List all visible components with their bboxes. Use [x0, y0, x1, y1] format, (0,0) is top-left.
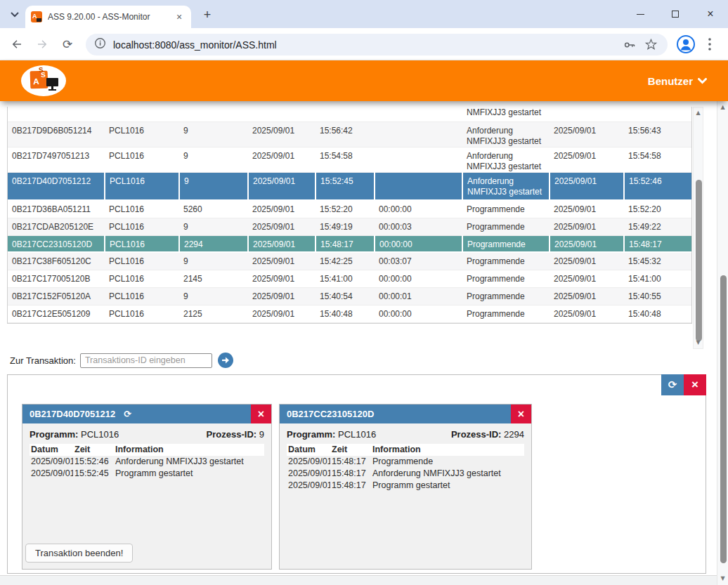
info-cell: Programmende	[462, 287, 550, 305]
event-cell: Programm gestartet	[371, 480, 524, 492]
close-all-button[interactable]: ×	[684, 374, 706, 395]
ass-favicon-icon: A	[31, 11, 42, 22]
logo-letter: S	[41, 71, 46, 79]
process-id-cell: 9	[179, 172, 248, 200]
close-window-button[interactable]: ×	[693, 0, 728, 28]
transaction-id-cell: 0B217C38F605120C	[8, 252, 105, 270]
program-cell: PCL1016	[105, 218, 179, 235]
card-close-button[interactable]: ×	[511, 405, 531, 423]
table-scrollbar-thumb[interactable]	[696, 180, 702, 341]
browser-menu-icon[interactable]	[703, 36, 717, 53]
event-cell: 2025/09/01	[287, 456, 330, 468]
back-icon[interactable]	[8, 36, 25, 53]
refresh-all-button[interactable]: ⟳	[661, 374, 684, 395]
cell	[248, 107, 316, 121]
scroll-down-icon[interactable]: ▼	[717, 574, 728, 583]
table-scrollbar[interactable]: ▲ ▼	[693, 107, 703, 349]
profile-avatar-icon[interactable]	[676, 34, 696, 54]
event-cell: 15:48:17	[330, 468, 371, 480]
password-key-icon[interactable]	[621, 37, 638, 53]
omnibox[interactable]: localhost:8080/ass_monitor/ASS.html	[86, 34, 668, 55]
start-time-cell: 15:41:00	[316, 270, 375, 287]
event-cell: 2025/09/01	[30, 468, 73, 480]
cell	[8, 107, 105, 121]
transaction-row[interactable]: 0B217CDAB205120E PCL1016 9 2025/09/01 15…	[8, 218, 691, 235]
transaction-row[interactable]: 0B217CC23105120D PCL1016 2294 2025/09/01…	[8, 235, 691, 252]
browser-tab[interactable]: A ASS 9.20.00 - ASS-Monitor ×	[25, 6, 191, 28]
goto-transaction-button[interactable]	[218, 353, 233, 368]
duration-cell	[375, 172, 462, 200]
forward-icon[interactable]	[34, 36, 51, 53]
maximize-button[interactable]	[658, 0, 693, 28]
process-id-cell: 9	[179, 147, 248, 172]
new-tab-button[interactable]: +	[200, 7, 215, 22]
end-time-cell: 15:49:22	[624, 218, 691, 235]
process-id-cell: 2125	[179, 305, 248, 322]
info-cell: Programmende	[462, 270, 550, 287]
duration-cell: 00:00:01	[375, 287, 462, 305]
site-info-icon[interactable]	[94, 37, 106, 52]
end-time-cell: 15:41:00	[624, 270, 691, 287]
end-transaction-button[interactable]: Transaktion beenden!	[25, 544, 133, 563]
end-time-cell: 15:52:46	[624, 172, 691, 200]
tab-search-icon[interactable]	[7, 7, 22, 22]
transaction-row[interactable]: 0B217C12E5051209 PCL1016 2125 2025/09/01…	[8, 305, 691, 322]
info-cell: Anforderung NMFIXJJ3 gestartet	[462, 121, 550, 147]
event-row: 2025/09/0115:48:17Programm gestartet	[287, 480, 524, 492]
window-controls: ×	[623, 0, 728, 28]
program-cell: PCL1016	[105, 305, 179, 322]
process-id-cell: 9	[179, 252, 248, 270]
start-time-cell: 15:42:25	[316, 252, 375, 270]
tab-close-icon[interactable]: ×	[173, 11, 186, 23]
event-row: 2025/09/0115:52:46Anforderung NMFIXJJ3 g…	[30, 456, 264, 468]
transaction-row[interactable]: 0B217C38F605120C PCL1016 9 2025/09/01 15…	[8, 252, 691, 270]
info-cell: Programmende	[462, 235, 550, 252]
card-close-button[interactable]: ×	[251, 405, 271, 423]
scroll-down-icon[interactable]: ▼	[694, 338, 703, 347]
event-cell: 2025/09/01	[30, 456, 73, 468]
event-header-row: Datum Zeit Information	[30, 444, 264, 456]
duration-cell: 00:00:00	[375, 200, 462, 218]
reload-icon[interactable]: ⟳	[59, 36, 76, 53]
start-time-cell: 15:52:20	[316, 200, 375, 218]
event-col-header: Information	[371, 444, 524, 456]
card-events-table: Datum Zeit Information 2025/09/0115:52:4…	[30, 444, 264, 480]
cell	[105, 107, 179, 121]
start-date-cell: 2025/09/01	[248, 305, 316, 322]
page-scrollbar[interactable]: ▲ ▼	[717, 101, 728, 585]
tab-title: ASS 9.20.00 - ASS-Monitor	[48, 12, 173, 22]
end-time-cell: 15:52:20	[624, 200, 691, 218]
transaction-row-clipped[interactable]: NMFIXJJ3 gestartet	[8, 107, 691, 121]
card-refresh-icon[interactable]: ⟳	[124, 409, 131, 419]
duration-cell: 00:00:03	[375, 218, 462, 235]
app-header: S A S Benutzer	[0, 60, 728, 101]
transactions-table: NMFIXJJ3 gestartet 0B217D9D6B051214 PCL1…	[7, 107, 692, 324]
transaction-row[interactable]: 0B217D40D7051212 PCL1016 9 2025/09/01 15…	[8, 172, 691, 200]
card-pid-label: Prozess-ID:	[451, 429, 502, 440]
page-scrollbar-thumb[interactable]	[720, 275, 727, 563]
user-menu[interactable]: Benutzer	[648, 75, 707, 87]
minimize-button[interactable]	[623, 0, 658, 28]
duration-cell: 00:00:00	[375, 235, 462, 252]
transaction-row[interactable]: 0B217D9D6B051214 PCL1016 9 2025/09/01 15…	[8, 121, 691, 147]
transaction-id-cell: 0B217C12E5051209	[8, 305, 105, 322]
url-text[interactable]: localhost:8080/ass_monitor/ASS.html	[113, 39, 617, 51]
scroll-up-icon[interactable]: ▲	[717, 103, 728, 112]
transaction-row[interactable]: 0B217C152F05120A PCL1016 9 2025/09/01 15…	[8, 287, 691, 305]
program-cell: PCL1016	[105, 121, 179, 147]
transaction-id-input[interactable]	[80, 353, 212, 368]
card-meta: Programm: PCL1016 Prozess-ID: 2294	[280, 423, 531, 444]
transaction-row[interactable]: 0B217D36BA051211 PCL1016 5260 2025/09/01…	[8, 200, 691, 218]
logo-letter: A	[33, 77, 39, 86]
transaction-row[interactable]: 0B217D7497051213 PCL1016 9 2025/09/01 15…	[8, 147, 691, 172]
browser-toolbar: ⟳ localhost:8080/ass_monitor/ASS.html	[0, 28, 728, 60]
bookmark-star-icon[interactable]	[642, 37, 659, 53]
event-cell: 2025/09/01	[287, 468, 330, 480]
start-date-cell: 2025/09/01	[248, 218, 316, 235]
scroll-up-icon[interactable]: ▲	[694, 109, 703, 117]
transaction-row[interactable]: 0B217C177005120B PCL1016 2145 2025/09/01…	[8, 270, 691, 287]
cell	[375, 107, 462, 121]
info-cell: Programmende	[462, 252, 550, 270]
card-program-value: PCL1016	[81, 429, 119, 440]
horizontal-scrollbar-track[interactable]	[0, 575, 717, 585]
